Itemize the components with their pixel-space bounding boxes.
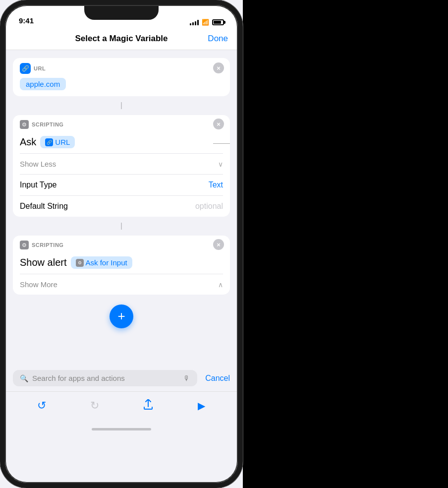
ask-input-gear-icon: ⚙ (76, 259, 84, 267)
input-type-label: Input Type (20, 181, 56, 189)
url-card: 🔗 URL × apple.com (13, 58, 230, 96)
share-button[interactable] (139, 397, 157, 415)
ask-card-header: ⚙ SCRIPTING × (13, 115, 230, 133)
ask-for-input-text: Ask for Input (86, 258, 127, 267)
status-time: 9:41 (19, 16, 34, 26)
input-type-row[interactable]: Input Type Text (13, 175, 230, 195)
nav-title: Select a Magic Variable (75, 34, 168, 44)
search-icon: 🔍 (20, 374, 28, 382)
show-alert-label: Show alert (20, 257, 67, 268)
show-more-row[interactable]: Show More ∧ (13, 274, 230, 295)
undo-icon: ↺ (37, 399, 46, 412)
connector-2 (13, 223, 230, 230)
input-type-value: Text (209, 181, 223, 189)
add-plus-icon: + (117, 309, 125, 322)
status-icons: 📶 (190, 19, 224, 26)
connector-1 (13, 102, 230, 109)
home-bar (92, 428, 151, 430)
play-icon: ▶ (198, 400, 205, 412)
default-string-label: Default String (20, 202, 68, 211)
show-less-row[interactable]: Show Less ∨ (13, 154, 230, 174)
content-area: 🔗 URL × apple.com ⚙ SCRIPTING × (5, 50, 238, 366)
undo-button[interactable]: ↺ (33, 397, 51, 415)
ask-for-input-badge[interactable]: ⚙ Ask for Input (71, 256, 132, 269)
url-card-close[interactable]: × (213, 62, 224, 73)
chevron-up-icon: ∧ (218, 281, 223, 289)
search-placeholder: Search for apps and actions (32, 374, 179, 382)
bottom-toolbar: ↺ ↻ ▶ (5, 391, 238, 422)
ask-card-category: SCRIPTING (32, 122, 63, 127)
default-string-placeholder: optional (195, 202, 223, 211)
redo-icon: ↻ (90, 399, 99, 412)
ask-card-close[interactable]: × (213, 119, 224, 129)
url-card-body: apple.com (13, 78, 230, 96)
ask-url-badge-text: URL (55, 138, 70, 146)
search-area: 🔍 Search for apps and actions 🎙 Cancel (5, 366, 238, 391)
show-more-label: Show More (20, 280, 57, 289)
default-string-row[interactable]: Default String optional (13, 196, 230, 217)
url-value-badge[interactable]: apple.com (20, 78, 66, 90)
ask-url-badge[interactable]: 🔗 URL (40, 136, 75, 148)
ask-label: Ask (20, 136, 36, 148)
search-cancel-button[interactable]: Cancel (205, 374, 230, 383)
show-alert-close[interactable]: × (213, 239, 224, 250)
add-button-container: + (13, 301, 230, 332)
wifi-icon: 📶 (202, 19, 209, 26)
show-alert-card: ⚙ SCRIPTING × Show alert ⚙ Ask for Input… (13, 236, 230, 295)
horizontal-connector (213, 143, 230, 144)
mic-icon[interactable]: 🎙 (183, 374, 190, 382)
url-icon: 🔗 (20, 63, 31, 74)
search-bar[interactable]: 🔍 Search for apps and actions 🎙 (13, 370, 197, 386)
battery-icon (212, 19, 224, 25)
done-button[interactable]: Done (208, 34, 228, 44)
scripting-gear-icon: ⚙ (20, 120, 29, 129)
ask-url-link-icon: 🔗 (45, 138, 53, 146)
ask-card: ⚙ SCRIPTING × Ask 🔗 URL Show Less (13, 115, 230, 217)
spacer (13, 338, 230, 358)
show-alert-row: Show alert ⚙ Ask for Input (13, 253, 230, 274)
signal-bars-icon (190, 19, 199, 25)
chevron-down-icon: ∨ (218, 160, 223, 168)
show-alert-card-header: ⚙ SCRIPTING × (13, 236, 230, 253)
play-button[interactable]: ▶ (192, 397, 210, 415)
home-indicator (5, 422, 238, 436)
url-card-header: 🔗 URL × (13, 58, 230, 78)
share-icon (143, 399, 154, 413)
ask-row: Ask 🔗 URL (13, 133, 230, 153)
url-card-label: URL (34, 65, 46, 71)
nav-header: Select a Magic Variable Done (5, 30, 238, 50)
show-less-label: Show Less (20, 160, 56, 168)
add-button[interactable]: + (110, 305, 133, 328)
show-alert-category: SCRIPTING (32, 242, 63, 248)
phone-notch (84, 5, 159, 20)
show-alert-gear-icon: ⚙ (20, 241, 29, 249)
redo-button[interactable]: ↻ (86, 397, 104, 415)
